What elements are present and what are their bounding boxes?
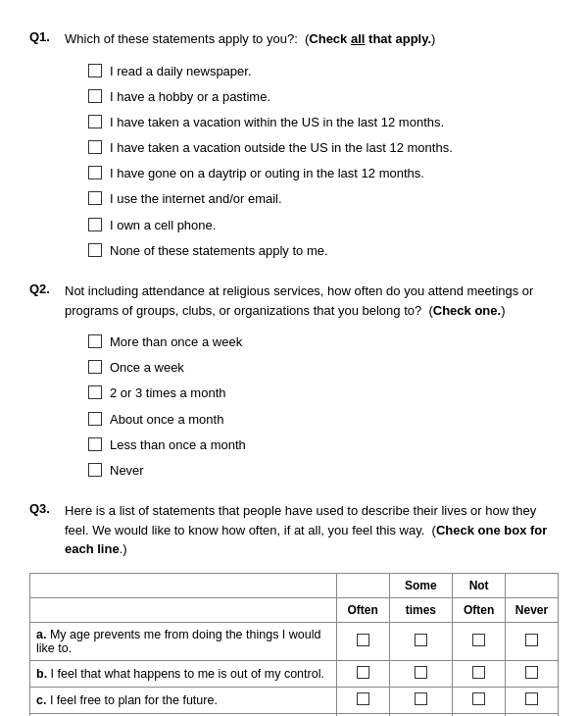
q3-col-notoften-top: Not [453,573,506,597]
q1-option-6: I use the internet and/or email. [88,190,559,208]
q1-option-1: I read a daily newspaper. [88,63,559,80]
q1-option-3: I have taken a vacation within the US in… [88,114,559,131]
q3-row-c-never [506,687,559,713]
q1-option-2: I have a hobby or a pastime. [88,88,559,106]
q1-options: I read a daily newspaper. I have a hobby… [88,63,559,261]
q1-label-8: None of these statements apply to me. [110,242,328,260]
q1-text: Which of these statements apply to you?:… [65,29,435,49]
q1-checkbox-8[interactable] [88,243,102,257]
q3-row-b-never [506,660,559,687]
q3-col-sometimes: times [389,597,453,622]
q2-label-4: About once a month [110,411,223,429]
q2-checkbox-3[interactable] [88,385,102,399]
q3-row-c-text: I feel free to plan for the future. [50,693,218,707]
q1-label-4: I have taken a vacation outside the US i… [110,139,453,157]
q3-row-a-text: My age prevents me from doing the things… [36,628,320,655]
q1-instruction-all: all [351,31,365,46]
q3-table: Some Not Often times Often Never a. My a… [29,573,559,716]
question-2: Q2. Not including attendance at religiou… [29,281,559,480]
q1-option-4: I have taken a vacation outside the US i… [88,139,559,157]
q3-col-never-header [506,573,559,597]
q3-checkbox-b-often[interactable] [357,666,369,679]
q1-instruction-check: Check [309,31,347,46]
q1-checkbox-5[interactable] [88,166,102,179]
q3-checkbox-a-often[interactable] [357,634,369,646]
q2-instruction: Check one. [433,303,501,318]
q1-label-5: I have gone on a daytrip or outing in th… [110,165,424,182]
q1-instruction-end: that apply. [368,31,431,46]
q2-checkbox-2[interactable] [88,360,102,374]
q1-label-7: I own a cell phone. [110,217,216,234]
q3-row-a-often [336,622,389,660]
q2-label-1: More than once a week [110,333,242,351]
q1-option-5: I have gone on a daytrip or outing in th… [88,165,559,182]
q3-col-empty [30,573,337,597]
q2-number: Q2. [29,281,57,320]
q3-row-c-label: c. I feel free to plan for the future. [30,687,337,713]
q1-label-6: I use the internet and/or email. [110,190,282,208]
q3-row-a-bold: a. [36,628,46,641]
q2-checkbox-1[interactable] [88,334,102,348]
q3-row-b-often [336,660,389,687]
q2-text: Not including attendance at religious se… [65,281,559,320]
q3-checkbox-a-notoften[interactable] [472,634,485,646]
q1-option-8: None of these statements apply to me. [88,242,559,260]
q3-row-b-bold: b. [36,667,47,681]
q3-checkbox-c-often[interactable] [357,692,369,705]
question-3: Q3. Here is a list of statements that pe… [29,501,559,716]
q2-label-2: Once a week [110,359,184,377]
q2-label-5: Less than once a month [110,436,246,454]
q1-text-main: Which of these statements apply to you?: [65,31,298,46]
q3-checkbox-b-never[interactable] [525,666,538,679]
q3-checkbox-b-sometimes[interactable] [415,666,427,679]
q3-row-a-label: a. My age prevents me from doing the thi… [30,622,337,660]
q3-checkbox-c-never[interactable] [525,692,538,705]
q3-number: Q3. [29,501,57,559]
q3-col-often: Often [336,597,389,622]
q3-col-never: Never [506,597,559,622]
q3-row-a-sometimes [389,622,453,660]
q1-label-3: I have taken a vacation within the US in… [110,114,444,131]
q3-row-c-often [336,687,389,713]
q2-option-3: 2 or 3 times a month [88,384,559,402]
q3-checkbox-a-sometimes[interactable] [415,634,427,646]
q3-checkbox-c-notoften[interactable] [472,692,485,705]
q2-label-3: 2 or 3 times a month [110,384,226,402]
q3-col-often-header [336,573,389,597]
q2-option-2: Once a week [88,359,559,377]
q1-option-7: I own a cell phone. [88,217,559,234]
q3-row-a-never [506,622,559,660]
q3-col-sometime-top: Some [389,573,453,597]
q3-row-b-sometimes [389,660,453,687]
q3-col-label [30,597,337,622]
q1-checkbox-1[interactable] [88,64,102,77]
q3-row-b-text: I feel that what happens to me is out of… [51,667,324,681]
q3-checkbox-a-never[interactable] [525,634,538,646]
q1-checkbox-6[interactable] [88,191,102,205]
question-1: Q1. Which of these statements apply to y… [29,29,559,260]
q2-checkbox-5[interactable] [88,437,102,451]
q3-row-a: a. My age prevents me from doing the thi… [30,622,559,660]
q3-row-c-bold: c. [36,693,46,707]
q2-checkbox-6[interactable] [88,463,102,477]
q2-checkbox-4[interactable] [88,412,102,426]
q2-options: More than once a week Once a week 2 or 3… [88,333,559,480]
q2-option-1: More than once a week [88,333,559,351]
q1-number: Q1. [29,29,57,49]
q1-checkbox-3[interactable] [88,115,102,128]
q2-label-6: Never [110,462,144,480]
q3-row-c-sometimes [389,687,453,713]
q3-row-b-label: b. I feel that what happens to me is out… [30,660,337,687]
q3-row-b: b. I feel that what happens to me is out… [30,660,559,687]
q2-option-6: Never [88,462,559,480]
q1-checkbox-2[interactable] [88,89,102,103]
q3-text: Here is a list of statements that people… [65,501,559,559]
q2-option-5: Less than once a month [88,436,559,454]
q3-checkbox-b-notoften[interactable] [472,666,485,679]
q1-checkbox-7[interactable] [88,218,102,231]
q3-col-notoften: Often [453,597,506,622]
q1-label-1: I read a daily newspaper. [110,63,252,80]
q3-checkbox-c-sometimes[interactable] [415,692,427,705]
q1-label-2: I have a hobby or a pastime. [110,88,270,106]
q1-checkbox-4[interactable] [88,140,102,154]
